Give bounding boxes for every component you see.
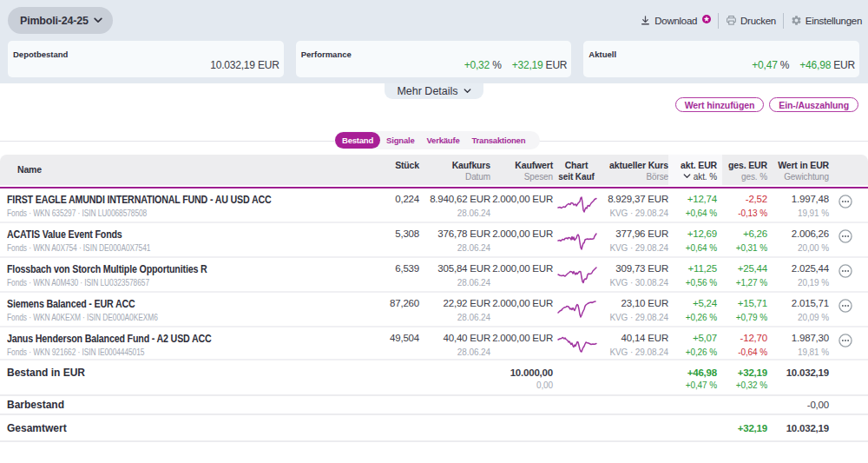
card-aktuell: Aktuell +0,47 %+46,98 EUR	[583, 41, 859, 77]
column-header-akteur[interactable]: akt. EURakt. %	[668, 155, 717, 185]
sort-desc-icon	[683, 174, 691, 179]
card-aktuell-label: Aktuell	[589, 50, 616, 59]
position-info: Fonds · WKN 921662 · ISIN IE0004445015	[7, 348, 322, 357]
depot-page: Pimboli-24-25 Download Drucken	[0, 0, 868, 463]
position-kaufkurs-cell: 22,92 EUR28.06.24	[419, 293, 490, 326]
position-chart-cell[interactable]	[553, 223, 603, 256]
premium-star-badge-icon	[702, 15, 711, 23]
row-options-button[interactable]	[838, 264, 852, 278]
position-kaufkurs-cell: 40,40 EUR28.06.24	[419, 327, 490, 359]
print-label: Drucken	[740, 16, 776, 26]
download-icon	[640, 15, 651, 26]
column-header-kurs[interactable]: aktueller KursBörse	[603, 155, 668, 185]
column-subheader: Spesen	[490, 171, 553, 182]
deposit-withdrawal-button[interactable]: Ein-/Auszahlung	[769, 97, 858, 112]
position-stueck-cell: 87,260	[382, 293, 419, 326]
position-kurs-cell: 377,96 EURKVG · 29.08.24	[603, 223, 668, 256]
tabs: BestandSignaleVerkäufeTransaktionen	[334, 131, 540, 149]
table-summary: Bestand in EUR10.000,000,00+46,98+0,47 %…	[0, 360, 868, 442]
position-name-cell[interactable]: ACATIS Value Event FondsFonds · WKN A0X7…	[0, 223, 382, 256]
position-ges-eur-cell: -2,52-0,13 %	[717, 189, 767, 222]
position-name-cell[interactable]: FIRST EAGLE AMUNDI INTERNATIONAL FUND - …	[0, 189, 382, 222]
positions-table: NameStückKaufkursDatumKaufwertSpesenChar…	[0, 155, 868, 442]
position-akt-eur-cell: +5,07+0,26 %	[668, 327, 717, 359]
position-row: Janus Henderson Balanced Fund - A2 USD A…	[0, 327, 868, 360]
position-kaufkurs-cell: 8.940,62 EUR28.06.24	[419, 189, 490, 222]
card-performance-label: Performance	[301, 50, 352, 59]
summary-bestand-kaufwert: 10.000,000,00	[490, 360, 553, 394]
position-name-cell[interactable]: Janus Henderson Balanced Fund - A2 USD A…	[0, 327, 382, 359]
column-header-stueck[interactable]: Stück	[382, 155, 419, 185]
position-wert-cell: 1.997,4819,91 %	[767, 189, 829, 222]
position-menu-cell	[829, 189, 868, 222]
position-kaufkurs-cell: 305,84 EUR28.06.24	[419, 258, 490, 291]
column-title: akt. EUR	[668, 159, 717, 171]
position-info: Fonds · WKN A0M430 · ISIN LU0323578657	[7, 279, 322, 288]
row-options-button[interactable]	[838, 299, 852, 313]
summary-gesamtwert-label: Gesamtwert	[0, 415, 382, 440]
position-name: ACATIS Value Event Fonds	[7, 228, 340, 241]
position-name-cell[interactable]: Siemens Balanced - EUR ACCFonds · WKN A0…	[0, 293, 382, 326]
position-ges-eur-cell: +25,44+1,27 %	[717, 258, 767, 291]
tabs-row: BestandSignaleVerkäufeTransaktionen	[0, 131, 868, 149]
portfolio-selector[interactable]: Pimboli-24-25	[8, 7, 113, 34]
more-details-button[interactable]: Mehr Details	[385, 83, 483, 99]
position-wert-cell: 2.025,4420,19 %	[767, 258, 829, 291]
position-row: Siemens Balanced - EUR ACCFonds · WKN A0…	[0, 293, 868, 327]
tab-transaktionen[interactable]: Transaktionen	[466, 136, 532, 145]
position-name-cell[interactable]: Flossbach von Storch Multiple Opportunit…	[0, 258, 382, 291]
column-header-kaufwert[interactable]: KaufwertSpesen	[490, 155, 553, 185]
position-name: FIRST EAGLE AMUNDI INTERNATIONAL FUND - …	[7, 194, 340, 207]
column-subheader: Datum	[419, 171, 490, 182]
column-subheader: Börse	[603, 171, 668, 182]
download-button[interactable]: Download	[640, 15, 711, 26]
card-performance-value: +0,32 %+32,19 EUR	[464, 59, 568, 71]
position-chart-cell[interactable]	[553, 293, 603, 326]
chevron-down-icon	[464, 89, 471, 94]
position-menu-cell	[829, 258, 868, 291]
tab-signale[interactable]: Signale	[380, 136, 420, 145]
column-header-wert[interactable]: Wert in EURGewichtung	[767, 155, 829, 185]
divider	[783, 13, 784, 29]
position-kaufwert-cell: 2.000,00 EUR	[490, 293, 553, 326]
position-name: Janus Henderson Balanced Fund - A2 USD A…	[7, 333, 340, 346]
row-options-button[interactable]	[838, 229, 852, 243]
row-options-button[interactable]	[838, 334, 852, 347]
column-header-name[interactable]: Name	[0, 155, 382, 185]
column-title: Wert in EUR	[767, 159, 829, 171]
column-title: Kaufkurs	[419, 159, 490, 171]
position-name: Flossbach von Storch Multiple Opportunit…	[7, 263, 340, 276]
position-ges-eur-cell: +6,26+0,31 %	[717, 223, 767, 256]
settings-button[interactable]: Einstellungen	[791, 15, 862, 26]
position-row: Flossbach von Storch Multiple Opportunit…	[0, 258, 868, 293]
header-actions: Download Drucken Einstellungen	[640, 11, 862, 30]
column-title: Kaufwert	[490, 159, 553, 171]
print-button[interactable]: Drucken	[726, 15, 776, 26]
card-performance: Performance +0,32 %+32,19 EUR	[296, 41, 572, 77]
position-akt-eur-cell: +12,74+0,64 %	[668, 189, 717, 222]
row-options-button[interactable]	[838, 195, 852, 208]
tab-verkäufe[interactable]: Verkäufe	[420, 136, 465, 145]
position-kurs-cell: 40,14 EURKVG · 29.08.24	[603, 327, 668, 359]
column-subheader: ges. %	[717, 171, 767, 182]
column-header-menu	[829, 155, 868, 185]
tab-bestand[interactable]: Bestand	[335, 132, 380, 149]
column-header-chart[interactable]: Chartseit Kauf	[553, 155, 603, 185]
position-chart-cell[interactable]	[553, 258, 603, 291]
summary-bestand-ges: +32,19+0,32 %	[717, 360, 767, 394]
column-subheader: akt. %	[668, 171, 717, 182]
position-kaufwert-cell: 2.000,00 EUR	[490, 258, 553, 291]
position-ges-eur-cell: -12,70-0,64 %	[717, 327, 767, 359]
table-header-row: NameStückKaufkursDatumKaufwertSpesenChar…	[0, 155, 868, 185]
position-kurs-cell: 309,73 EURKVG · 30.08.24	[603, 258, 668, 291]
position-chart-cell[interactable]	[553, 327, 603, 359]
position-chart-cell[interactable]	[553, 189, 603, 222]
add-value-button[interactable]: Wert hinzufügen	[675, 97, 765, 112]
summary-bestand-akt: +46,98+0,47 %	[668, 360, 717, 394]
column-title: Chart	[553, 159, 600, 171]
summary-row-bestand: Bestand in EUR10.000,000,00+46,98+0,47 %…	[0, 360, 868, 396]
position-kurs-cell: 8.929,37 EURKVG · 29.08.24	[603, 189, 668, 222]
column-header-kaufkurs[interactable]: KaufkursDatum	[419, 155, 490, 185]
summary-row-barbestand: Barbestand-0,00	[0, 396, 868, 415]
column-header-geseur[interactable]: ges. EURges. %	[717, 155, 767, 185]
